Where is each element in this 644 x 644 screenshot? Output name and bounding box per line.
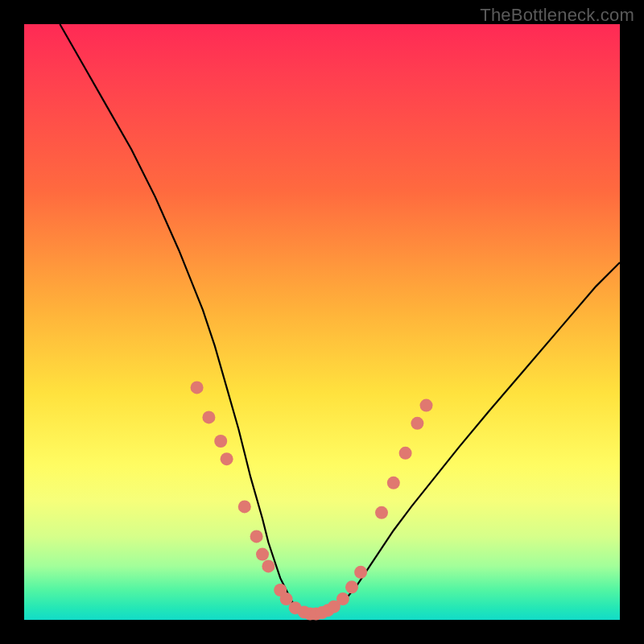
curve-marker bbox=[345, 580, 358, 593]
curve-marker bbox=[399, 447, 412, 460]
curve-marker bbox=[191, 381, 204, 394]
curve-marker bbox=[238, 500, 251, 513]
curve-marker bbox=[202, 411, 215, 423]
watermark-text: TheBottleneck.com bbox=[480, 5, 634, 26]
curve-marker bbox=[375, 506, 388, 519]
curve-marker bbox=[411, 417, 423, 430]
curve-marker bbox=[221, 452, 233, 465]
curve-markers bbox=[191, 381, 433, 620]
curve-marker bbox=[336, 592, 349, 605]
curve-marker bbox=[420, 399, 433, 412]
curve-svg bbox=[24, 24, 620, 620]
curve-marker bbox=[387, 477, 400, 489]
curve-marker bbox=[354, 566, 367, 579]
curve-marker bbox=[262, 559, 275, 572]
chart-frame: TheBottleneck.com bbox=[0, 0, 644, 644]
bottleneck-curve bbox=[60, 24, 620, 614]
curve-marker bbox=[250, 530, 263, 543]
curve-marker bbox=[214, 435, 227, 448]
curve-marker bbox=[256, 548, 269, 561]
plot-area bbox=[24, 24, 620, 620]
